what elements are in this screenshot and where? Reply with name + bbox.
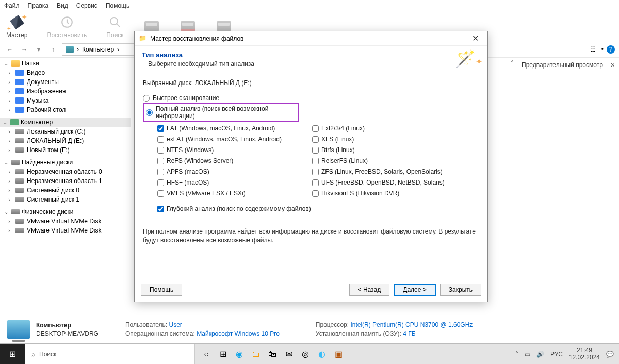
fs-vmfs[interactable]: VMFS (VMware ESX / ESXi): [157, 190, 312, 197]
phys-0[interactable]: ›VMware Virtual NVMe Disk: [0, 217, 131, 226]
preview-close-button[interactable]: ×: [611, 61, 615, 69]
quick-scan-radio[interactable]: Быстрое сканирование: [143, 93, 479, 103]
fs-btrfs[interactable]: Btrfs (Linux): [312, 146, 467, 154]
full-scan-radio[interactable]: Полный анализ (поиск всей возможной инфо…: [143, 103, 299, 122]
fs-label: FAT (Windows, macOS, Linux, Android): [167, 125, 275, 132]
music-icon: [15, 97, 24, 104]
app-icon[interactable]: ▣: [331, 347, 346, 361]
notifications-icon[interactable]: 💬: [606, 351, 614, 358]
back-button[interactable]: ←: [4, 44, 15, 55]
store-icon[interactable]: 🛍: [265, 347, 280, 361]
scrollbar[interactable]: ˄˅: [508, 58, 517, 343]
wizard-button[interactable]: ✦✦ Мастер: [6, 14, 28, 39]
fs-xfs[interactable]: XFS (Linux): [312, 136, 467, 143]
item-label: Новый том (F:): [27, 146, 70, 154]
drive-icon: [15, 228, 24, 233]
drive-icon: [11, 209, 20, 214]
svg-line-2: [117, 24, 120, 27]
physical-disks-header[interactable]: ⌄Физические диски: [0, 207, 131, 217]
item-label: Документы: [27, 78, 59, 86]
selected-disk-value: ЛОКАЛЬНЫЙ Д (E:): [194, 79, 251, 87]
dialog-header: Тип анализа Выберите необходимый тип ана…: [135, 46, 487, 73]
folder-desktop[interactable]: ›Рабочий стол: [0, 105, 131, 114]
fs-ntfs[interactable]: NTFS (Windows): [157, 146, 312, 154]
found-disks-header[interactable]: ⌄Найденные диски: [0, 158, 131, 167]
found-sys0[interactable]: ›Системный диск 0: [0, 186, 131, 195]
found-sys1[interactable]: ›Системный диск 1: [0, 195, 131, 204]
fs-zfs[interactable]: ZFS (Linux, FreeBSD, Solaris, OpenSolari…: [312, 168, 467, 175]
fs-label: ZFS (Linux, FreeBSD, Solaris, OpenSolari…: [321, 168, 443, 175]
drive-icon: [11, 160, 20, 165]
view-options-icon[interactable]: ☷: [588, 44, 598, 55]
fs-ufs[interactable]: UFS (FreeBSD, OpenBSD, NetBSD, Solaris): [312, 179, 467, 186]
fs-label: APFS (macOS): [167, 168, 209, 175]
folders-header[interactable]: ⌄Папки: [0, 59, 131, 68]
mail-icon[interactable]: ✉: [282, 347, 296, 361]
taskview-icon[interactable]: ⊞: [216, 347, 230, 361]
fs-fat[interactable]: FAT (Windows, macOS, Linux, Android): [157, 125, 312, 132]
fs-reiser[interactable]: ReiserFS (Linux): [312, 157, 467, 164]
menu-file[interactable]: Файл: [4, 2, 20, 9]
fs-label: XFS (Linux): [321, 136, 354, 143]
edge-icon[interactable]: ◉: [232, 347, 247, 361]
item-label: Системный диск 1: [27, 196, 79, 203]
fs-apfs[interactable]: APFS (macOS): [157, 168, 312, 175]
fs-label: ReFS (Windows Server): [167, 157, 233, 164]
drive-f[interactable]: ›Новый том (F:): [0, 145, 131, 155]
menu-edit[interactable]: Правка: [28, 2, 49, 9]
fs-exfat[interactable]: exFAT (Windows, macOS, Linux, Android): [157, 136, 312, 143]
start-button[interactable]: ⊞: [0, 344, 25, 365]
help-icon[interactable]: ?: [607, 45, 615, 54]
taskbar-apps: ○ ⊞ ◉ 🗀 🛍 ✉ ◎ ◐ ▣: [195, 347, 350, 361]
taskbar-search[interactable]: ⌕ Поиск: [25, 344, 195, 365]
drive-c[interactable]: ›Локальный диск (C:): [0, 127, 131, 136]
volume-icon[interactable]: 🔊: [536, 351, 544, 358]
lang-indicator[interactable]: РУС: [550, 351, 563, 358]
fs-hfs[interactable]: HFS+ (macOS): [157, 179, 312, 186]
folder-video[interactable]: ›Видео: [0, 68, 131, 77]
help-button[interactable]: Помощь: [141, 284, 182, 296]
dialog-close-button[interactable]: ✕: [467, 34, 483, 43]
next-button[interactable]: Далее >: [394, 284, 436, 296]
folder-documents[interactable]: ›Документы: [0, 77, 131, 87]
qbit-icon[interactable]: ◐: [315, 347, 329, 361]
dialog-title: Мастер восстановления файлов: [150, 35, 243, 42]
item-label: VMware Virtual NVMe Disk: [27, 218, 101, 225]
item-label: Видео: [27, 69, 45, 76]
close-button[interactable]: Закрыть: [440, 284, 481, 296]
fs-ext[interactable]: Ext2/3/4 (Linux): [312, 125, 467, 132]
forward-button[interactable]: →: [19, 44, 30, 55]
deep-analysis-checkbox[interactable]: Глубокий анализ (поиск по содержимому фа…: [157, 205, 479, 212]
drive-icon: [15, 169, 24, 174]
item-label: Рабочий стол: [27, 106, 66, 113]
dialog-heading: Тип анализа: [142, 51, 480, 59]
found-1[interactable]: ›Неразмеченная область 1: [0, 176, 131, 186]
menu-view[interactable]: Вид: [57, 2, 68, 9]
wizard-icon: ✦✦: [9, 14, 25, 30]
clock[interactable]: 21:49 12.02.2024: [569, 347, 600, 360]
found-0[interactable]: ›Неразмеченная область 0: [0, 167, 131, 176]
up-button[interactable]: ↑: [47, 44, 59, 55]
drive-e[interactable]: ›ЛОКАЛЬНЫЙ Д (E:): [0, 136, 131, 145]
computer-header[interactable]: ⌄Компьютер: [0, 118, 131, 127]
folder-images[interactable]: ›Изображения: [0, 87, 131, 96]
breadcrumb-root[interactable]: Компьютер: [82, 46, 114, 53]
filesystem-grid: FAT (Windows, macOS, Linux, Android) Ext…: [157, 125, 479, 197]
full-scan-label: Полный анализ (поиск всей возможной инфо…: [156, 105, 296, 120]
fs-hikvision[interactable]: HikvisionFS (Hikvision DVR): [312, 190, 467, 197]
cortana-icon[interactable]: ○: [199, 347, 214, 361]
menu-tools[interactable]: Сервис: [76, 2, 97, 9]
search-icon: [107, 14, 123, 30]
folder-music[interactable]: ›Музыка: [0, 96, 131, 105]
phys-1[interactable]: ›VMware Virtual NVMe Disk: [0, 226, 131, 235]
dialog-buttons: Помощь < Назад Далее > Закрыть: [135, 277, 487, 302]
chrome-icon[interactable]: ◎: [298, 347, 313, 361]
dropdown-button[interactable]: ▾: [33, 44, 44, 55]
fs-refs[interactable]: ReFS (Windows Server): [157, 157, 312, 164]
explorer-icon[interactable]: 🗀: [249, 347, 263, 361]
back-button[interactable]: < Назад: [349, 284, 390, 296]
search-label: Поиск: [106, 31, 123, 39]
network-icon[interactable]: ▭: [525, 351, 530, 358]
menu-help[interactable]: Помощь: [106, 2, 129, 9]
tray-chevron-icon[interactable]: ˄: [515, 351, 518, 358]
